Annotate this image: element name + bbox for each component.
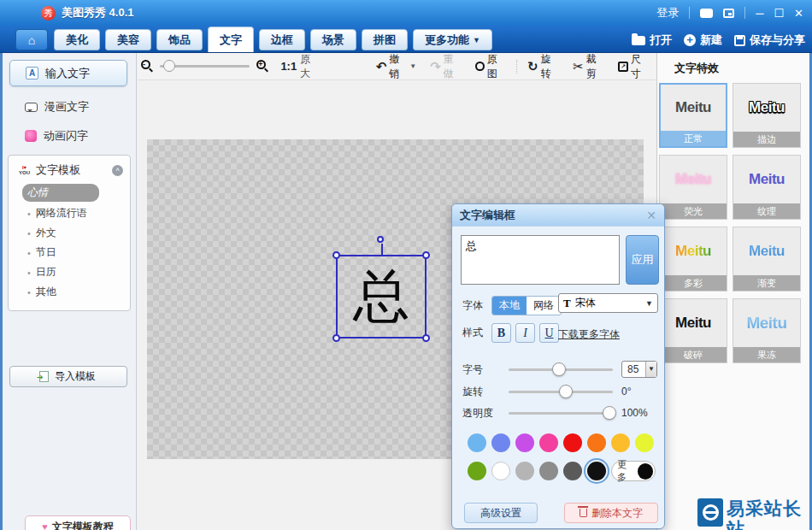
- effect-card-normal[interactable]: Meitu 正常: [659, 83, 727, 148]
- effect-card-broken[interactable]: Meitu 破碎: [659, 298, 727, 363]
- effect-card-gradient[interactable]: Meitu 渐变: [733, 227, 801, 292]
- chevron-down-icon: ▼: [409, 62, 416, 70]
- font-size-slider[interactable]: [509, 368, 613, 371]
- effect-card-outline[interactable]: Meitu 描边: [733, 83, 801, 148]
- save-label: 保存与分享: [750, 32, 805, 48]
- close-button[interactable]: ✕: [794, 7, 803, 20]
- bullet-icon: •: [27, 287, 31, 297]
- color-swatch[interactable]: [468, 433, 486, 452]
- effect-card-jelly[interactable]: Meitu 果冻: [733, 298, 801, 363]
- color-swatch[interactable]: [539, 462, 558, 480]
- resize-handle-bottom-right[interactable]: [422, 334, 430, 342]
- resize-handle-top-left[interactable]: [332, 251, 340, 259]
- color-swatch[interactable]: [491, 433, 510, 452]
- tab-cosmetic[interactable]: 美容: [105, 29, 151, 50]
- color-swatch[interactable]: [635, 433, 654, 452]
- color-swatch[interactable]: [563, 433, 582, 452]
- import-template-button[interactable]: 导入模板: [9, 366, 127, 387]
- template-group-header[interactable]: I♥YOU 文字模板 ˄: [9, 161, 130, 183]
- color-swatch[interactable]: [611, 433, 630, 452]
- rotation-slider[interactable]: [509, 391, 613, 393]
- sidebar-item-comic-text[interactable]: 漫画文字: [3, 91, 136, 121]
- dialog-close-icon[interactable]: ✕: [646, 209, 656, 222]
- bold-button[interactable]: B: [491, 323, 511, 343]
- feedback-icon[interactable]: [700, 9, 713, 18]
- template-item-other[interactable]: • 其他: [9, 282, 130, 302]
- zoom-ratio-label[interactable]: 1:1: [280, 60, 297, 73]
- effect-card-texture[interactable]: Meitu 纹理: [733, 155, 801, 220]
- color-swatch-selected[interactable]: [587, 462, 606, 480]
- rotation-slider-thumb[interactable]: [559, 385, 573, 398]
- resize-button[interactable]: ↗ 尺寸: [618, 52, 650, 81]
- undo-button[interactable]: ↶ 撤销 ▼: [376, 52, 416, 81]
- canvas-text[interactable]: 总: [338, 256, 425, 337]
- color-swatch[interactable]: [468, 462, 486, 480]
- color-swatch[interactable]: [515, 462, 534, 480]
- apply-button[interactable]: 应用: [626, 235, 659, 285]
- crop-button[interactable]: ✂ 裁剪: [573, 52, 604, 81]
- color-swatch[interactable]: [563, 462, 582, 480]
- new-button[interactable]: + 新建: [684, 32, 722, 48]
- italic-button[interactable]: I: [515, 323, 535, 343]
- font-family-select[interactable]: T 宋体 ▼: [558, 293, 658, 313]
- rotate-button[interactable]: ↻ 旋转: [527, 52, 559, 81]
- tab-border[interactable]: 边框: [259, 29, 305, 50]
- save-share-button[interactable]: 保存与分享: [734, 32, 805, 48]
- tab-accessory[interactable]: 饰品: [156, 29, 203, 50]
- template-item-calendar[interactable]: • 日历: [9, 262, 130, 282]
- color-swatch[interactable]: [515, 433, 534, 452]
- template-tutorial-button[interactable]: ♥ 文字模板教程: [25, 515, 131, 530]
- login-link[interactable]: 登录: [656, 5, 679, 21]
- collapse-icon[interactable]: ˄: [112, 165, 123, 176]
- color-swatch[interactable]: [539, 433, 558, 452]
- font-web-option[interactable]: 网络: [527, 297, 561, 315]
- font-size-slider-thumb[interactable]: [552, 362, 566, 376]
- color-swatch[interactable]: [491, 462, 510, 480]
- title-bar: 秀 美图秀秀 4.0.1 登录 ─ ☐ ✕: [0, 0, 812, 26]
- tab-text[interactable]: 文字: [208, 26, 254, 52]
- dialog-title-bar[interactable]: 文字编辑框 ✕: [452, 204, 664, 227]
- template-item-festival[interactable]: • 节日: [9, 243, 130, 262]
- tab-more-features[interactable]: 更多功能 ▼: [413, 29, 492, 50]
- effect-card-rainbow[interactable]: Meitu 多彩: [659, 227, 727, 292]
- redo-button[interactable]: ↷ 重做: [430, 52, 462, 81]
- text-selection-box[interactable]: 总: [336, 255, 427, 339]
- zoom-out-icon[interactable]: -: [141, 60, 153, 73]
- effect-sample: Meitu: [660, 156, 727, 203]
- delete-text-button[interactable]: 删除本文字: [564, 503, 658, 523]
- template-item-label: 心情: [27, 186, 48, 200]
- opacity-slider-thumb[interactable]: [603, 406, 616, 420]
- zoom-slider-thumb[interactable]: [163, 60, 175, 72]
- home-tab[interactable]: ⌂: [15, 29, 48, 50]
- zoom-in-icon[interactable]: +: [256, 60, 268, 73]
- opacity-slider[interactable]: [509, 412, 613, 415]
- effect-card-glow[interactable]: Meitu 荧光: [659, 155, 727, 220]
- input-text-button[interactable]: A 输入文字: [9, 60, 127, 86]
- original-image-button[interactable]: 原图: [475, 52, 506, 81]
- font-local-option[interactable]: 本地: [492, 297, 527, 315]
- original-size-label[interactable]: 原大: [300, 52, 320, 81]
- tab-beautify[interactable]: 美化: [54, 29, 100, 50]
- underline-button[interactable]: U: [539, 323, 559, 343]
- tab-scene[interactable]: 场景: [310, 29, 356, 50]
- color-swatch[interactable]: [587, 433, 606, 452]
- more-colors-button[interactable]: 更多: [611, 461, 656, 481]
- sidebar-item-flash-text[interactable]: 动画闪字: [3, 121, 136, 150]
- rotation-handle[interactable]: [377, 236, 384, 243]
- download-fonts-link[interactable]: 下载更多字体: [558, 327, 620, 342]
- template-item-foreign[interactable]: • 外文: [9, 223, 130, 243]
- advanced-settings-button[interactable]: 高级设置: [464, 503, 538, 523]
- font-size-value[interactable]: 85 ▼: [621, 361, 657, 378]
- open-button[interactable]: 打开: [632, 32, 672, 48]
- text-input[interactable]: 总: [461, 235, 620, 285]
- mini-mode-icon[interactable]: [723, 9, 734, 18]
- tab-collage[interactable]: 拼图: [362, 29, 408, 50]
- zoom-slider[interactable]: [160, 65, 250, 68]
- resize-handle-bottom-left[interactable]: [332, 334, 340, 342]
- maximize-button[interactable]: ☐: [774, 7, 784, 20]
- resize-handle-top-right[interactable]: [422, 251, 430, 259]
- text-template-group: I♥YOU 文字模板 ˄ 心情 • 网络流行语 • 外文 •: [8, 155, 131, 311]
- template-item-buzzwords[interactable]: • 网络流行语: [9, 203, 130, 223]
- template-item-mood[interactable]: 心情: [22, 184, 99, 202]
- minimize-button[interactable]: ─: [756, 7, 763, 20]
